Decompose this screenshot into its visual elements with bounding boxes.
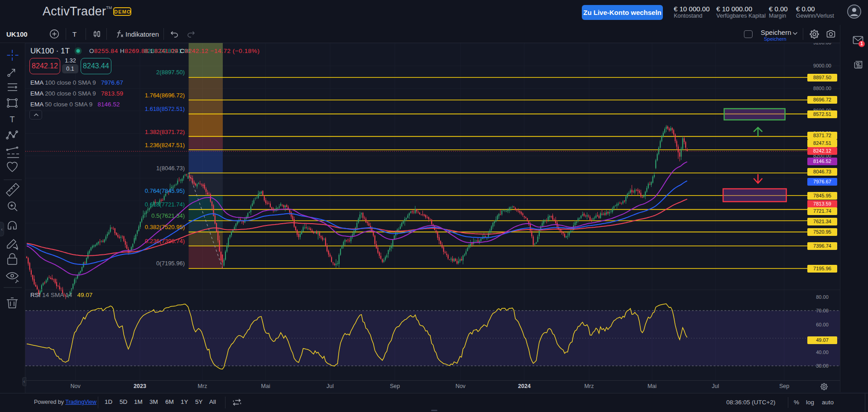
svg-text:T: T: [10, 115, 15, 124]
